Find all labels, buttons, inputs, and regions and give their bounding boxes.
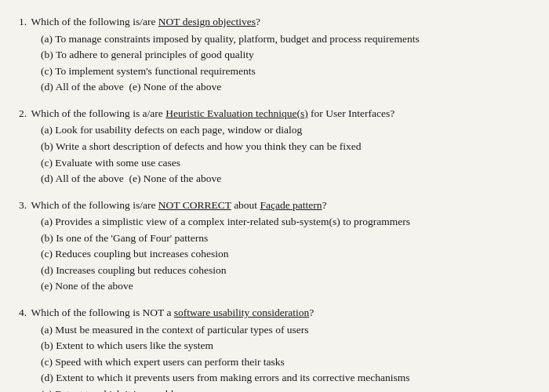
question-2: 2. Which of the following is a/are Heuri…: [19, 106, 530, 187]
q1-option-a-label: (a): [41, 33, 53, 45]
q2-option-b-text: Write a short description of defects and…: [56, 140, 362, 152]
q3-option-d-text: Increases coupling but reduces cohesion: [56, 264, 226, 276]
q3-option-a-text: Provides a simplistic view of a complex …: [55, 216, 410, 227]
q2-option-d: (d) All of the above (e) None of the abo…: [41, 171, 530, 187]
q4-option-b-label: (b): [41, 339, 53, 351]
q1-option-b-label: (b): [41, 49, 53, 60]
q3-underline2: Façade pattern: [260, 199, 322, 211]
q4-underline: software usability consideration: [174, 307, 309, 318]
question-3: 3. Which of the following is/are NOT COR…: [19, 198, 530, 294]
q3-options: (a) Provides a simplistic view of a comp…: [19, 214, 530, 294]
q4-option-d-text: Extent to which it prevents users from m…: [56, 372, 409, 383]
q3-option-a: (a) Provides a simplistic view of a comp…: [41, 214, 530, 230]
question-4: 4. Which of the following is NOT a softw…: [19, 305, 530, 392]
q4-option-a-text: Must be measured in the context of parti…: [55, 324, 308, 336]
q1-option-c: (c) To implement system's functional req…: [41, 64, 530, 79]
q3-number: 3.: [19, 198, 27, 213]
q2-options: (a) Look for usability defects on each p…: [19, 122, 530, 186]
q1-option-c-text: To implement system's functional require…: [55, 65, 256, 77]
q3-option-c-text: Reduces coupling but increases cohesion: [55, 248, 228, 260]
q4-options: (a) Must be measured in the context of p…: [19, 322, 530, 392]
q3-body: Which of the following is/are NOT CORREC…: [31, 198, 531, 213]
q2-option-b-label: (b): [41, 140, 53, 152]
question-4-text: 4. Which of the following is NOT a softw…: [19, 305, 530, 321]
q2-option-c: (c) Evaluate with some use cases: [41, 155, 530, 171]
q2-option-c-label: (c): [41, 157, 53, 169]
q1-option-a-text: To manage constraints imposed by quality…: [55, 33, 420, 45]
q1-option-d: (d) All of the above (e) None of the abo…: [41, 79, 530, 95]
q1-options: (a) To manage constraints imposed by qua…: [19, 31, 530, 95]
q4-option-c: (c) Speed with which expert users can pe…: [41, 354, 530, 370]
q2-underline: Heuristic Evaluation technique(s): [165, 107, 307, 119]
q1-number: 1.: [19, 14, 27, 30]
q2-option-d-text: All of the above (e) None of the above: [55, 172, 221, 184]
q3-option-c-label: (c): [41, 248, 53, 260]
q2-body: Which of the following is a/are Heuristi…: [31, 106, 531, 122]
q1-option-d-label: (d): [41, 81, 53, 93]
q4-option-e: (e) Extent to which it is reusable: [41, 387, 530, 392]
q2-number: 2.: [19, 106, 27, 122]
q4-option-c-text: Speed with which expert users can perfor…: [55, 356, 284, 368]
question-1: 1. Which of the following is/are NOT des…: [19, 14, 530, 95]
q1-option-b-text: To adhere to general principles of good …: [56, 49, 254, 60]
q4-option-a: (a) Must be measured in the context of p…: [41, 322, 530, 338]
q2-option-d-label: (d): [41, 172, 53, 184]
q3-option-e-label: (e): [41, 280, 53, 292]
question-1-text: 1. Which of the following is/are NOT des…: [19, 14, 530, 30]
exam-page: 1. Which of the following is/are NOT des…: [0, 0, 549, 392]
q1-option-d-text: All of the above (e) None of the above: [55, 81, 221, 93]
q3-option-e: (e) None of the above: [41, 278, 530, 294]
q4-option-b-text: Extent to which users like the system: [56, 339, 213, 351]
q4-option-d: (d) Extent to which it prevents users fr…: [41, 370, 530, 386]
q2-option-a-text: Look for usability defects on each page,…: [55, 124, 302, 136]
q4-body: Which of the following is NOT a software…: [31, 305, 531, 321]
q2-option-b: (b) Write a short description of defects…: [41, 139, 530, 154]
question-2-text: 2. Which of the following is a/are Heuri…: [19, 106, 530, 122]
q1-option-c-label: (c): [41, 65, 53, 77]
q4-option-e-label: (e): [41, 388, 53, 392]
q4-option-a-label: (a): [41, 324, 53, 336]
q4-number: 4.: [19, 305, 27, 321]
q3-option-e-text: None of the above: [55, 280, 133, 292]
q3-underline1: NOT CORRECT: [158, 199, 231, 211]
q3-option-b-text: Is one of the 'Gang of Four' patterns: [56, 232, 208, 244]
q3-option-d-label: (d): [41, 264, 53, 276]
q1-body: Which of the following is/are NOT design…: [31, 14, 531, 30]
q3-option-b: (b) Is one of the 'Gang of Four' pattern…: [41, 230, 530, 246]
q2-option-a: (a) Look for usability defects on each p…: [41, 122, 530, 138]
q3-option-b-label: (b): [41, 232, 53, 244]
q4-option-e-text: Extent to which it is reusable: [55, 388, 178, 392]
q3-option-d: (d) Increases coupling but reduces cohes…: [41, 263, 530, 278]
q4-option-d-label: (d): [41, 372, 53, 383]
q2-option-c-text: Evaluate with some use cases: [55, 157, 180, 169]
q3-option-a-label: (a): [41, 216, 53, 227]
q4-option-c-label: (c): [41, 356, 53, 368]
q4-option-b: (b) Extent to which users like the syste…: [41, 338, 530, 354]
q2-option-a-label: (a): [41, 124, 53, 136]
question-3-text: 3. Which of the following is/are NOT COR…: [19, 198, 530, 213]
q1-option-b: (b) To adhere to general principles of g…: [41, 47, 530, 63]
q1-option-a: (a) To manage constraints imposed by qua…: [41, 31, 530, 47]
q3-option-c: (c) Reduces coupling but increases cohes…: [41, 246, 530, 262]
q1-underline: NOT design objectives: [158, 16, 256, 27]
